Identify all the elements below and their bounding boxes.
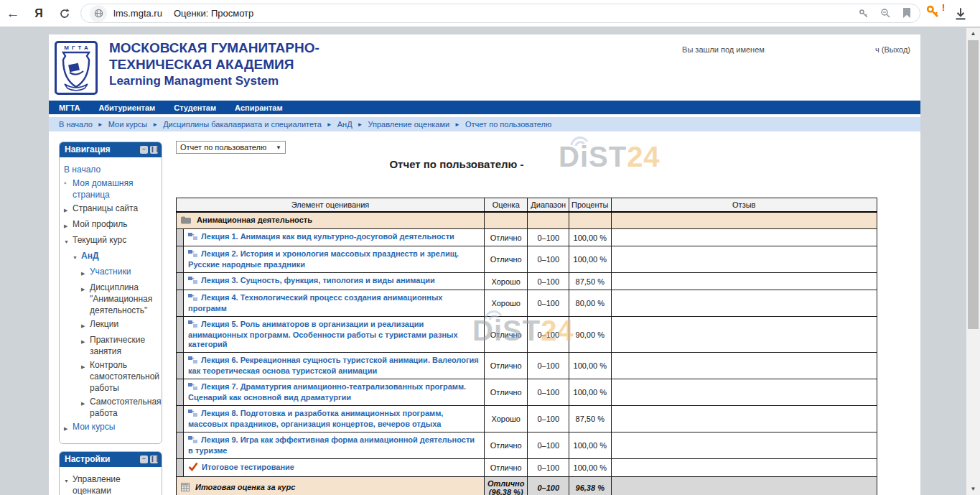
range-cell: 0–100 — [528, 229, 569, 246]
breadcrumb-separator-icon: ► — [454, 121, 460, 128]
refresh-icon — [59, 8, 70, 19]
lesson-icon — [188, 409, 197, 420]
range-cell: 0–100 — [528, 379, 569, 406]
breadcrumb-link[interactable]: Мои курсы — [108, 120, 147, 129]
tree-item-label: Участники — [90, 266, 131, 279]
navigation-item[interactable]: ▶Мой профиль — [64, 218, 159, 232]
scrollbar-thumb[interactable] — [968, 40, 979, 329]
tree-expanded-icon: ▼ — [73, 250, 81, 264]
table-header-row: Элемент оценивания Оценка Диапазон Проце… — [177, 198, 877, 213]
alert-badge: ! — [942, 3, 945, 13]
block-hide-icon[interactable]: − — [140, 146, 148, 154]
breadcrumb-link[interactable]: АнД — [337, 120, 353, 129]
password-alert-button[interactable]: ! — [926, 5, 940, 22]
block-hide-icon[interactable]: − — [140, 455, 148, 463]
block-dock-icon[interactable]: ❙❙ — [150, 455, 158, 463]
nav-menu-item[interactable]: МГТА — [59, 103, 80, 112]
browser-refresh-button[interactable] — [52, 3, 78, 24]
tree-item-label: Мой профиль — [73, 218, 128, 232]
vertical-scrollbar[interactable]: ▲ ▼ — [966, 28, 980, 495]
feedback-cell — [611, 432, 877, 459]
zoom-search-icon[interactable] — [880, 8, 891, 19]
feedback-cell — [611, 273, 877, 290]
navigation-item[interactable]: ▶Самостоятельная работа — [81, 396, 159, 419]
yandex-home-button[interactable]: Я — [26, 3, 52, 24]
logout-link[interactable]: ч (Выход) — [875, 45, 910, 54]
key-icon[interactable] — [859, 9, 869, 19]
navigation-item[interactable]: ▶Участники — [81, 266, 159, 279]
nav-menu-item[interactable]: Абитуриентам — [98, 103, 155, 112]
feedback-cell — [611, 229, 877, 246]
grade-item-link[interactable]: Лекция 1. Анимация как вид культурно-дос… — [201, 232, 454, 241]
scroll-down-arrow-icon[interactable]: ▼ — [966, 484, 980, 495]
navigation-item[interactable]: ▼Текущий курс — [64, 234, 159, 248]
grade-item-link[interactable]: Лекция 7. Драматургия анимационно-театра… — [188, 382, 466, 402]
site-title: МОСКОВСКАЯ ГУМАНИТАРНО- ТЕХНИЧЕСКАЯ АКАД… — [109, 40, 319, 89]
lms-subtitle: Learning Managment System — [109, 73, 319, 89]
navigation-item[interactable]: ▪Моя домашняя страница — [64, 177, 159, 200]
settings-item[interactable]: ▼Управление оценками — [64, 473, 159, 495]
item-name-cell: Лекция 8. Подготовка и разработка анимац… — [184, 406, 485, 432]
protect-key-icon — [926, 5, 940, 19]
back-arrow-icon: ← — [6, 6, 20, 22]
tree-expanded-icon: ▼ — [64, 473, 73, 495]
indent-cell — [177, 290, 184, 317]
download-icon[interactable] — [954, 7, 967, 20]
navigation-item[interactable]: ▶Практические занятия — [81, 334, 159, 357]
lesson-icon — [188, 249, 197, 260]
breadcrumb-separator-icon: ► — [327, 121, 332, 128]
bookmark-icon[interactable] — [902, 8, 911, 19]
navigation-item[interactable]: ▶Контроль самостоятельной работы — [81, 359, 159, 394]
tab-page-title: Оценки: Просмотр — [174, 8, 253, 19]
breadcrumb-link[interactable]: Управление оценками — [368, 120, 450, 129]
percent-cell: 100,00 % — [569, 246, 612, 273]
grade-item-link[interactable]: Лекция 8. Подготовка и разработка анимац… — [188, 409, 443, 428]
nav-menu-item[interactable]: Студентам — [174, 103, 216, 112]
navigation-item[interactable]: В начало — [64, 164, 159, 175]
scroll-up-arrow-icon[interactable]: ▲ — [966, 28, 980, 40]
navigation-item[interactable]: ▶Дисциплина "Анимационная деятельность" — [81, 282, 159, 316]
table-row: Лекция 4. Технологический процесс создан… — [177, 290, 877, 317]
navigation-item[interactable]: ▶Лекции — [81, 318, 159, 332]
report-type-select[interactable]: Отчет по пользователю ▼ — [176, 141, 286, 154]
lesson-icon — [188, 435, 197, 446]
navigation-item[interactable]: ▶Страницы сайта — [64, 203, 159, 216]
calculator-icon — [181, 483, 190, 493]
grade-cell: Отлично(100,00 %) — [484, 229, 528, 246]
grade-item-link[interactable]: Лекция 3. Сущность, функция, типология и… — [201, 276, 435, 284]
item-name-cell: Лекция 2. История и хронология массовых … — [184, 246, 485, 273]
grade-cell: Хорошо(87,50 %) — [484, 406, 528, 432]
percent-cell: 100,00 % — [569, 229, 612, 246]
browser-toolbar: ← Я lms.mgta.ru Оценки: Просмотр ! — [0, 0, 980, 27]
grade-item-link[interactable]: Лекция 4. Технологический процесс создан… — [188, 293, 442, 313]
grade-item-link[interactable]: Лекция 2. История и хронология массовых … — [188, 249, 459, 269]
grade-item-link[interactable]: Лекция 5. Роль аниматоров в организации … — [188, 320, 458, 348]
browser-back-button[interactable]: ← — [0, 3, 26, 24]
navigation-item[interactable]: ▶Мои курсы — [64, 421, 159, 435]
grade-item-link[interactable]: Итоговое тестирование — [202, 463, 294, 471]
quiz-icon — [188, 462, 198, 473]
tree-item-label: АнД — [81, 250, 98, 264]
nav-menu-item[interactable]: Аспирантам — [235, 103, 282, 112]
login-info: Вы зашли под именем ч (Выход) — [682, 45, 910, 54]
grade-item-link[interactable]: Лекция 9. Игра как эффективная форма ани… — [188, 435, 475, 455]
main-content: Отчет по пользователю ▼ Отчет по пользов… — [172, 138, 920, 495]
grade-report-table: Элемент оценивания Оценка Диапазон Проце… — [176, 198, 877, 495]
navigation-block: Навигация − ❙❙ В начало▪Моя домашняя стр… — [59, 142, 162, 444]
col-header-grade: Оценка — [484, 198, 528, 213]
block-dock-icon[interactable]: ❙❙ — [150, 146, 158, 154]
lesson-icon — [188, 320, 197, 330]
breadcrumb-link[interactable]: В начало — [59, 120, 93, 129]
settings-block: Настройки − ❙❙ ▼Управление оценкамиОбзор… — [59, 451, 162, 495]
top-nav-menu: МГТААбитуриентамСтудентамАспирантам — [49, 101, 920, 114]
col-header-range: Диапазон — [528, 198, 569, 213]
indent-cell — [177, 273, 184, 290]
breadcrumb-link[interactable]: Дисциплины бакалавриата и специалитета — [163, 120, 322, 129]
table-row: Лекция 6. Рекреационная сущность туристс… — [177, 353, 877, 379]
total-range-cell: 0–100 — [528, 477, 569, 495]
grade-item-link[interactable]: Лекция 6. Рекреационная сущность туристс… — [188, 356, 479, 375]
indent-cell — [177, 432, 184, 459]
navigation-item[interactable]: ▼АнД — [73, 250, 159, 264]
indent-cell — [177, 406, 184, 432]
address-bar[interactable]: lms.mgta.ru Оценки: Просмотр — [80, 4, 920, 23]
